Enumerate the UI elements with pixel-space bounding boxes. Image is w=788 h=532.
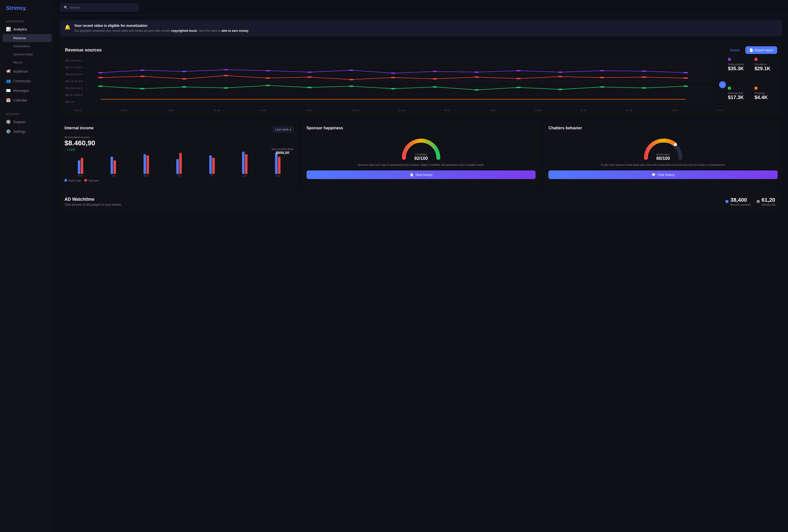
- sponsorship-label: Sponsorship deals: [271, 147, 294, 151]
- blocked-label: Minutes blo...: [762, 203, 777, 206]
- watchtime-stat-blocked: 61,20 Minutes blo...: [757, 197, 777, 206]
- content-area: 🔔 Your recent video is eligible for mone…: [54, 15, 788, 532]
- x-label-8: 06 Jul: [444, 109, 450, 112]
- income-amount: $8.460,90: [64, 139, 294, 147]
- chat-history-label: Chat history: [657, 173, 674, 177]
- sub-nav-merch[interactable]: Merch: [0, 58, 54, 66]
- sidebar-item-audience[interactable]: 📢 Audience: [0, 66, 54, 76]
- sponsorship-info: Sponsorship deals $950,50: [271, 147, 294, 155]
- sidebar: Strimsy. DASHBOARD 📊 Analytics Revenue S…: [0, 0, 54, 532]
- svg-point-21: [391, 73, 396, 74]
- svg-point-42: [641, 76, 647, 78]
- sidebar-item-messages[interactable]: ✉️ Messages: [0, 86, 54, 95]
- notification-text: Your recent video is eligible for moneti…: [74, 24, 249, 33]
- details-button[interactable]: Details: [727, 47, 743, 54]
- legend-sponsors: Sponsors: [84, 179, 99, 182]
- svg-point-32: [223, 75, 229, 76]
- watchtime-info: AD Watchtime Total amount of ADs played …: [64, 197, 122, 206]
- svg-point-46: [181, 86, 187, 88]
- bar-sat: Sat: [229, 152, 261, 177]
- watched-dot: [726, 200, 728, 203]
- export-report-button[interactable]: 📄 Export report: [745, 46, 777, 54]
- svg-point-27: [641, 71, 647, 72]
- sidebar-item-settings[interactable]: ⚙️ Settings: [0, 126, 54, 136]
- x-label-14: 30 Jul: [717, 109, 723, 112]
- chatters-behavior-desc: To get more sponsor deals keep your chat…: [548, 163, 777, 167]
- legend-built-in-label: Built-in Ads: [69, 179, 81, 182]
- last-week-dropdown[interactable]: Last week ▾: [273, 126, 294, 133]
- watched-value: 38,400: [730, 197, 751, 203]
- logo: Strimsy.: [0, 5, 54, 18]
- ad-watchtime-title: AD Watchtime: [64, 197, 122, 202]
- bar-chart-area: Mon Tue: [64, 155, 294, 177]
- svg-point-45: [140, 88, 145, 90]
- messages-icon: ✉️: [6, 88, 11, 93]
- legend-built-in-dot: [64, 179, 67, 181]
- chat-icon: 💬: [652, 173, 655, 177]
- sidebar-item-support[interactable]: 🔘 Support: [0, 117, 54, 126]
- sidebar-item-analytics-label: Analytics: [13, 27, 27, 31]
- blocked-dot: [757, 200, 760, 203]
- sub-nav-revenue[interactable]: Revenue: [2, 34, 52, 42]
- bar-chart: Sponsorship deals $950,50 Mon: [64, 155, 294, 182]
- svg-point-58: [683, 85, 689, 87]
- notification-desc: Our algorithm reviewed your recent video…: [74, 28, 249, 33]
- chart-next-button[interactable]: ›: [719, 81, 726, 88]
- bar-mon: Mon: [64, 158, 97, 177]
- bar-wed-red: [146, 155, 149, 174]
- chat-history-button[interactable]: 💬 Chat history: [548, 171, 777, 179]
- chatters-gauge-needle: [674, 143, 677, 146]
- sidebar-item-community[interactable]: 👥 Community: [0, 76, 54, 86]
- search-bar[interactable]: 🔍: [60, 3, 139, 12]
- sidebar-item-analytics[interactable]: 📊 Analytics: [0, 24, 54, 34]
- svg-point-34: [307, 76, 312, 78]
- bar-mon-blue: [78, 160, 80, 174]
- sub-nav-subscribers-label: Subscribers: [13, 44, 30, 48]
- income-change: ↑ 7.32%: [64, 148, 294, 152]
- svg-text:80/100: 80/100: [656, 156, 670, 160]
- audience-icon: 📢: [6, 69, 11, 74]
- sidebar-item-calendar[interactable]: 📅 Calendar: [0, 95, 54, 105]
- x-label-5: 24 Jun: [306, 109, 313, 112]
- bar-fri-blue: [209, 155, 212, 174]
- sub-nav-sponsorships[interactable]: Sponsorships: [0, 50, 54, 58]
- stat-external-ads: External Ads $17.3K: [728, 87, 751, 112]
- sub-nav-subscribers[interactable]: Subscribers: [0, 42, 54, 50]
- svg-point-47: [223, 87, 229, 89]
- revenue-chart: $900 $750 $600 $450 $300 $150 $0: [65, 58, 723, 107]
- notification-banner: 🔔 Your recent video is eligible for mone…: [60, 20, 782, 37]
- bar-sun-red: [278, 157, 280, 174]
- calendar-icon: 📅: [6, 98, 11, 102]
- subscriptions-dot: [728, 58, 731, 61]
- search-input[interactable]: [70, 6, 135, 9]
- external-ads-dot: [728, 87, 731, 90]
- svg-point-38: [474, 76, 479, 78]
- svg-point-56: [599, 86, 605, 88]
- ad-watchtime-desc: Total amount of ADs played on your strea…: [64, 203, 122, 206]
- chatters-behavior-title: Chatters behavior: [548, 126, 777, 130]
- accumulated-income-label: Accumulated income: [64, 136, 294, 139]
- deal-history-button[interactable]: 📋 Deal history: [307, 171, 536, 179]
- svg-point-20: [349, 70, 354, 71]
- svg-point-35: [349, 79, 354, 80]
- x-label-2: 12 Jun: [168, 109, 174, 112]
- svg-point-31: [181, 78, 187, 80]
- svg-point-26: [599, 70, 605, 72]
- bar-tue-blue: [111, 157, 113, 174]
- sidebar-item-settings-label: Settings: [13, 130, 26, 134]
- bar-sun-blue: [275, 153, 277, 174]
- sub-nav-revenue-label: Revenue: [13, 36, 26, 40]
- watchtime-stats: 38,400 Minutes watched 61,20 Minutes blo…: [726, 197, 777, 206]
- settings-icon: ⚙️: [6, 129, 11, 134]
- x-label-13: 26 Jul: [671, 109, 677, 112]
- header: 🔍: [54, 0, 788, 15]
- x-label-0: 04 Jun: [75, 109, 81, 112]
- svg-point-19: [307, 72, 312, 73]
- sponsor-happiness-title: Sponsor happiness: [307, 126, 536, 130]
- card-actions: Details 📄 Export report: [727, 46, 777, 54]
- bar-wed: Wed: [130, 154, 162, 177]
- watched-label: Minutes watched: [730, 203, 751, 206]
- svg-point-15: [140, 70, 145, 71]
- chatters-gauge: Moderation 80/100: [548, 133, 777, 160]
- external-ads-label: External Ads: [728, 92, 751, 95]
